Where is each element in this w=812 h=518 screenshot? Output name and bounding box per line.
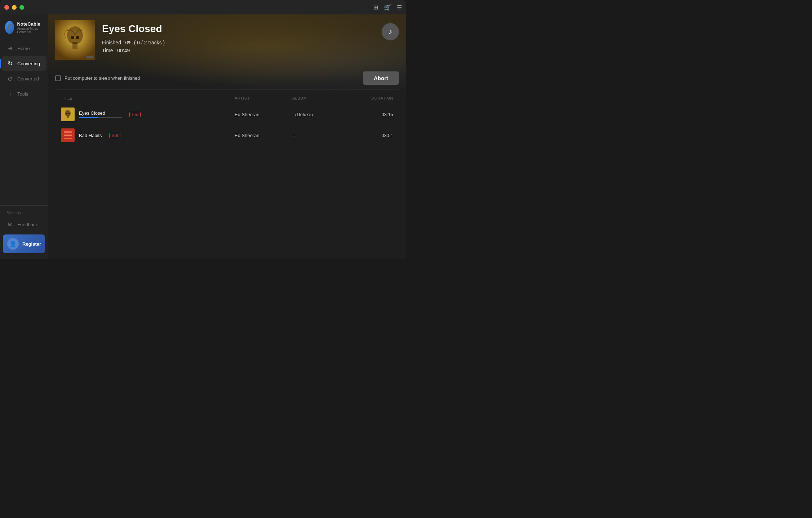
finished-stat: Finished : 0% ( 0 / 2 tracks ) <box>102 40 374 45</box>
svg-point-5 <box>76 36 79 39</box>
cart-icon[interactable]: 🛒 <box>384 4 391 11</box>
sidebar-item-converting[interactable]: ↻ Converting <box>1 56 46 71</box>
window-controls <box>4 5 24 10</box>
conversion-title: Eyes Closed <box>102 23 374 35</box>
track-title-cell-2: Bad Habits Trial <box>61 128 235 142</box>
brand-subtitle: Amazon Music Converter <box>17 27 43 34</box>
feedback-label: Feedback <box>17 222 38 227</box>
track-name-area-1: Eyes Closed <box>79 110 122 118</box>
controls-row: Put computer to sleep when finished Abor… <box>55 67 399 89</box>
menu-icon[interactable]: ☰ <box>397 4 402 11</box>
header-title: TITLE <box>61 96 235 100</box>
tools-label: Tools <box>17 91 28 97</box>
track-duration-2: 03:51 <box>350 133 393 138</box>
brand-logo: 🎵 <box>5 21 14 34</box>
converted-icon: ⏱ <box>6 75 14 82</box>
header-action: ♪ <box>382 20 399 40</box>
titlebar-actions: ⊞ 🛒 ☰ <box>373 4 402 11</box>
tools-icon: ＋ <box>6 90 14 97</box>
svg-point-10 <box>68 113 70 114</box>
track-list: TITLE ARTIST ALBUM DURATION <box>55 94 399 253</box>
album-art-image <box>55 20 95 60</box>
converted-label: Converted <box>17 76 39 82</box>
sidebar: 🎵 NoteCable Amazon Music Converter ⊕ Hom… <box>0 14 48 259</box>
close-button[interactable] <box>4 5 9 10</box>
feedback-icon: ✉ <box>6 221 14 228</box>
track-row: Eyes Closed Trial Ed Sheeran - (Deluxe) … <box>55 104 399 125</box>
track-progress-bar-1 <box>79 117 122 118</box>
sidebar-item-converted[interactable]: ⏱ Converted <box>1 71 46 86</box>
main-content: Eyes Closed Finished : 0% ( 0 / 2 tracks… <box>48 14 406 259</box>
home-label: Home <box>17 46 30 51</box>
abort-button[interactable]: Abort <box>363 71 399 85</box>
sidebar-item-feedback[interactable]: ✉ Feedback <box>1 217 46 232</box>
music-note-icon[interactable]: ♪ <box>382 23 399 40</box>
track-thumb-1 <box>61 107 75 121</box>
sidebar-item-home[interactable]: ⊕ Home <box>1 41 46 56</box>
svg-rect-14 <box>64 138 72 139</box>
time-stat: Time : 00:49 <box>102 48 374 53</box>
track-header: TITLE ARTIST ALBUM DURATION <box>55 94 399 102</box>
svg-point-9 <box>66 113 67 114</box>
register-label: Register <box>22 241 41 247</box>
sidebar-item-tools[interactable]: ＋ Tools <box>1 87 46 101</box>
grid-icon[interactable]: ⊞ <box>373 4 378 11</box>
svg-rect-13 <box>64 131 72 133</box>
converting-icon: ↻ <box>6 60 14 67</box>
track-name-area-2: Bad Habits <box>79 133 102 138</box>
main-layout: 🎵 NoteCable Amazon Music Converter ⊕ Hom… <box>0 14 406 259</box>
track-name-2: Bad Habits <box>79 133 102 138</box>
svg-point-4 <box>71 36 74 39</box>
track-album-1: - (Deluxe) <box>292 112 350 117</box>
svg-rect-8 <box>67 115 69 118</box>
track-duration-1: 03:15 <box>350 112 393 117</box>
register-avatar: 👤 <box>7 238 19 250</box>
track-artist-2: Ed Sheeran <box>235 133 292 138</box>
conversion-header: Eyes Closed Finished : 0% ( 0 / 2 tracks… <box>55 20 399 60</box>
sleep-checkbox[interactable]: Put computer to sleep when finished <box>55 75 140 81</box>
brand-name: NoteCable <box>17 21 43 27</box>
register-button[interactable]: 👤 Register <box>3 234 45 253</box>
converting-label: Converting <box>17 61 40 66</box>
track-album-2: = <box>292 133 350 138</box>
brand: 🎵 NoteCable Amazon Music Converter <box>0 17 48 41</box>
track-row: Bad Habits Trial Ed Sheeran = 03:51 <box>55 125 399 146</box>
sidebar-nav: ⊕ Home ↻ Converting ⏱ Converted ＋ Tools <box>0 41 48 205</box>
minimize-button[interactable] <box>12 5 17 10</box>
brand-text: NoteCable Amazon Music Converter <box>17 21 43 34</box>
checkbox-box[interactable] <box>55 75 61 81</box>
conversion-info: Eyes Closed Finished : 0% ( 0 / 2 tracks… <box>102 20 374 56</box>
header-artist: ARTIST <box>235 96 292 100</box>
header-album: ALBUM <box>292 96 350 100</box>
header-duration: DURATION <box>350 96 393 100</box>
track-artist-1: Ed Sheeran <box>235 112 292 117</box>
sidebar-bottom: Settings ✉ Feedback 👤 Register <box>0 205 48 256</box>
trial-badge-1: Trial <box>129 112 141 117</box>
trial-badge-2: Trial <box>109 133 120 138</box>
maximize-button[interactable] <box>19 5 24 10</box>
album-art-overlay <box>86 56 93 58</box>
sleep-label: Put computer to sleep when finished <box>65 75 140 81</box>
track-progress-fill-1 <box>79 117 98 118</box>
home-icon: ⊕ <box>6 45 14 52</box>
content-inner: Eyes Closed Finished : 0% ( 0 / 2 tracks… <box>48 14 406 259</box>
track-thumb-2 <box>61 128 75 142</box>
track-name-1: Eyes Closed <box>79 110 122 116</box>
settings-label: Settings <box>0 208 48 217</box>
titlebar: ⊞ 🛒 ☰ <box>0 0 406 14</box>
track-title-cell-1: Eyes Closed Trial <box>61 107 235 121</box>
svg-rect-12 <box>64 135 72 136</box>
album-art <box>55 20 95 60</box>
